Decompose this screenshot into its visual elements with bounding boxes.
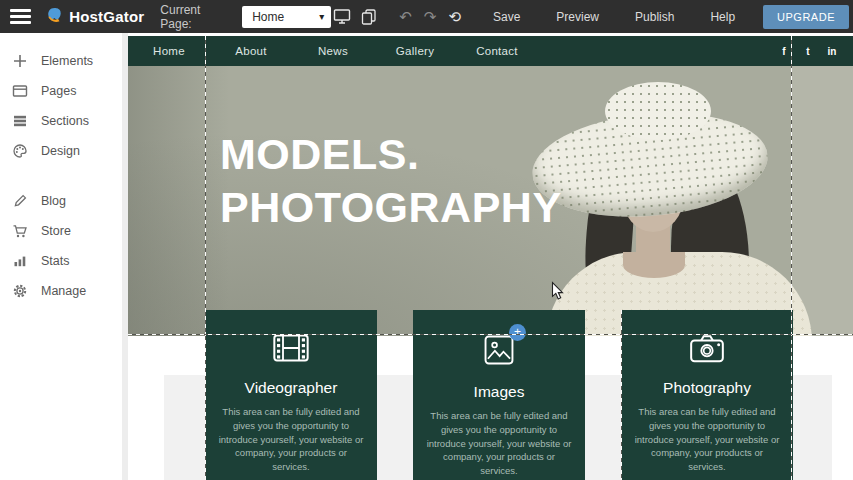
site-nav-news[interactable]: News	[292, 45, 374, 57]
publish-button[interactable]: Publish	[617, 10, 692, 24]
pencil-icon	[12, 193, 28, 209]
white-hat-crown	[605, 82, 711, 140]
plus-icon	[12, 53, 28, 69]
sidebar-item-label: Elements	[41, 54, 93, 68]
sidebar-item-label: Pages	[41, 84, 76, 98]
help-button[interactable]: Help	[692, 10, 753, 24]
sidebar-item-manage[interactable]: Manage	[0, 276, 122, 306]
sidebar-item-label: Sections	[41, 114, 89, 128]
preview-button[interactable]: Preview	[538, 10, 617, 24]
mobile-view-icon[interactable]	[357, 8, 379, 25]
site-preview-canvas: Home About News Gallery Contact f t in	[128, 33, 853, 480]
gear-icon	[12, 283, 28, 299]
page-select-dropdown[interactable]: Home ▾	[242, 6, 331, 28]
current-page-label: Current Page:	[160, 3, 232, 31]
sidebar-item-design[interactable]: Design	[0, 136, 122, 166]
save-button[interactable]: Save	[475, 10, 538, 24]
twitter-icon[interactable]: t	[796, 46, 820, 57]
card-title[interactable]: Photography	[621, 379, 793, 397]
widget-boundary-right-guide	[791, 36, 792, 480]
cart-icon	[12, 223, 28, 239]
camera-icon	[687, 331, 727, 369]
site-nav-gallery[interactable]: Gallery	[374, 45, 456, 57]
site-nav-home[interactable]: Home	[128, 45, 210, 57]
card-videographer[interactable]: Videographer This area can be fully edit…	[205, 310, 377, 480]
card-body-text[interactable]: This area can be fully edited and gives …	[205, 397, 377, 474]
editor-sidebar: Elements Pages Sections Design Blog	[0, 33, 122, 480]
hostgator-builder-window: HostGator Current Page: Home ▾ ↶ ↷ ⟲ Sav…	[0, 0, 853, 480]
page-select-value: Home	[252, 10, 284, 24]
sidebar-item-label: Store	[41, 224, 71, 238]
palette-icon	[12, 143, 28, 159]
sidebar-item-label: Design	[41, 144, 80, 158]
top-toolbar: HostGator Current Page: Home ▾ ↶ ↷ ⟲ Sav…	[0, 0, 853, 33]
redo-icon[interactable]: ↷	[418, 9, 443, 24]
hero-title-text[interactable]: MODELS. PHOTOGRAPHY	[220, 128, 562, 234]
pages-icon	[12, 83, 28, 99]
sidebar-item-blog[interactable]: Blog	[0, 186, 122, 216]
site-nav-bar: Home About News Gallery Contact f t in	[128, 36, 853, 66]
image-icon: +	[480, 331, 518, 373]
model-neckline	[623, 252, 685, 278]
section-boundary-guide	[128, 334, 853, 335]
upgrade-button[interactable]: UPGRADE	[763, 5, 849, 29]
facebook-icon[interactable]: f	[772, 46, 796, 57]
hamburger-menu-icon[interactable]	[10, 9, 31, 24]
gator-mascot-icon	[45, 7, 64, 26]
card-title[interactable]: Images	[413, 383, 585, 401]
linkedin-icon[interactable]: in	[820, 46, 844, 57]
sidebar-item-label: Manage	[41, 284, 86, 298]
chevron-down-icon: ▾	[319, 11, 324, 22]
sections-icon	[12, 113, 28, 129]
history-icon[interactable]: ⟲	[442, 9, 467, 24]
sidebar-item-pages[interactable]: Pages	[0, 76, 122, 106]
toolbar-actions: ↶ ↷ ⟲ Save Preview Publish Help UPGRADE	[331, 5, 853, 29]
sidebar-item-label: Blog	[41, 194, 66, 208]
social-links: f t in	[772, 46, 853, 57]
brand-name: HostGator	[69, 8, 144, 25]
desktop-view-icon[interactable]	[331, 8, 353, 25]
hostgator-logo: HostGator	[45, 7, 144, 26]
card-body-text[interactable]: This area can be fully edited and gives …	[413, 401, 585, 478]
hero-title-line1: MODELS.	[220, 128, 562, 181]
sidebar-item-elements[interactable]: Elements	[0, 46, 122, 76]
card-images[interactable]: + Images This area can be fully edited a…	[413, 310, 585, 480]
card-body-text[interactable]: This area can be fully edited and gives …	[621, 397, 793, 474]
hero-title-line2: PHOTOGRAPHY	[220, 181, 562, 234]
add-image-badge[interactable]: +	[509, 324, 526, 341]
sidebar-item-label: Stats	[41, 254, 70, 268]
site-nav-about[interactable]: About	[210, 45, 292, 57]
card-photography[interactable]: Photography This area can be fully edite…	[621, 310, 793, 480]
sidebar-item-sections[interactable]: Sections	[0, 106, 122, 136]
bar-chart-icon	[12, 253, 28, 269]
undo-icon[interactable]: ↶	[393, 9, 418, 24]
card-title[interactable]: Videographer	[205, 379, 377, 397]
site-nav-contact[interactable]: Contact	[456, 45, 538, 57]
hero-image-widget[interactable]: MODELS. PHOTOGRAPHY	[128, 66, 853, 336]
widget-boundary-left-guide	[205, 36, 206, 480]
film-icon	[271, 331, 311, 369]
sidebar-item-store[interactable]: Store	[0, 216, 122, 246]
sidebar-item-stats[interactable]: Stats	[0, 246, 122, 276]
card-boundary-guide	[621, 310, 622, 480]
